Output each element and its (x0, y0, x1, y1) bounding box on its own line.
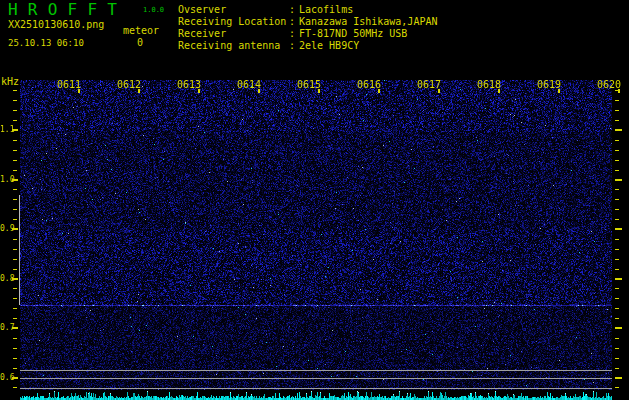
app-version: 1.0.0 (143, 6, 164, 14)
freq-major-tick-right (615, 129, 622, 131)
station-info-row: Ovserver:Lacofilms (178, 4, 437, 16)
station-info-row: Receiving antenna:2ele HB9CY (178, 40, 437, 52)
time-tick (378, 89, 380, 93)
freq-minor-tick-left (13, 308, 17, 309)
freq-minor-tick-right (615, 189, 619, 190)
time-tick (498, 89, 500, 93)
info-value: 2ele HB9CY (299, 40, 359, 52)
freq-minor-tick-left (13, 387, 17, 388)
freq-major-tick-left (12, 327, 18, 329)
freq-minor-tick-left (13, 249, 17, 250)
freq-major-tick-left (12, 278, 18, 280)
freq-minor-tick-left (13, 199, 17, 200)
time-tick (558, 89, 560, 93)
freq-major-tick-right (615, 377, 622, 379)
freq-minor-tick-left (13, 160, 17, 161)
info-label: Receiving antenna (178, 40, 289, 52)
spectrogram-canvas (20, 80, 612, 400)
freq-minor-tick-right (615, 348, 619, 349)
freq-minor-tick-left (13, 358, 17, 359)
freq-major-tick-left (12, 228, 18, 230)
freq-minor-tick-right (615, 150, 619, 151)
freq-minor-tick-right (615, 308, 619, 309)
info-separator: : (289, 40, 299, 52)
freq-minor-tick-left (13, 120, 17, 121)
freq-minor-tick-right (615, 120, 619, 121)
freq-minor-tick-right (615, 140, 619, 141)
time-tick (198, 89, 200, 93)
freq-minor-tick-right (615, 259, 619, 260)
freq-minor-tick-left (13, 100, 17, 101)
freq-minor-tick-right (615, 368, 619, 369)
freq-minor-tick-left (13, 150, 17, 151)
observation-timestamp: 25.10.13 06:10 (8, 38, 84, 48)
station-info-row: Receiving Location:Kanazawa Ishikawa,JAP… (178, 16, 437, 28)
info-separator: : (289, 4, 299, 16)
freq-minor-tick-right (615, 298, 619, 299)
freq-minor-tick-right (615, 110, 619, 111)
freq-minor-tick-left (13, 189, 17, 190)
freq-minor-tick-left (13, 348, 17, 349)
freq-minor-tick-left (13, 368, 17, 369)
freq-major-tick-right (615, 278, 622, 280)
freq-major-tick-left (12, 179, 18, 181)
freq-minor-tick-left (13, 259, 17, 260)
info-separator: : (289, 16, 299, 28)
time-tick (258, 89, 260, 93)
freq-minor-tick-right (615, 199, 619, 200)
freq-minor-tick-right (615, 219, 619, 220)
freq-minor-tick-right (615, 239, 619, 240)
freq-minor-tick-right (615, 387, 619, 388)
freq-minor-tick-left (13, 288, 17, 289)
freq-minor-tick-right (615, 160, 619, 161)
freq-major-tick-right (615, 179, 622, 181)
freq-minor-tick-left (13, 110, 17, 111)
time-tick (138, 89, 140, 93)
info-value: FT-817ND 50MHz USB (299, 28, 407, 40)
output-filename: XX2510130610.png (8, 20, 104, 30)
info-value: Kanazawa Ishikawa,JAPAN (299, 16, 437, 28)
freq-minor-tick-left (13, 90, 17, 91)
app-title: H R O F F T (8, 2, 117, 18)
freq-minor-tick-left (13, 338, 17, 339)
freq-minor-tick-right (615, 249, 619, 250)
meteor-count-label: meteor (123, 26, 159, 36)
freq-minor-tick-right (615, 170, 619, 171)
freq-minor-tick-left (13, 140, 17, 141)
info-value: Lacofilms (299, 4, 353, 16)
freq-minor-tick-left (13, 269, 17, 270)
freq-minor-tick-right (615, 318, 619, 319)
meteor-count-value: 0 (123, 38, 157, 48)
freq-minor-tick-left (13, 209, 17, 210)
station-info-row: Receiver:FT-817ND 50MHz USB (178, 28, 437, 40)
freq-minor-tick-right (615, 358, 619, 359)
freq-major-tick-right (615, 327, 622, 329)
freq-major-tick-left (12, 129, 18, 131)
freq-minor-tick-left (13, 298, 17, 299)
time-tick (618, 89, 620, 93)
freq-major-tick-left (12, 377, 18, 379)
freq-minor-tick-right (615, 269, 619, 270)
station-info: Ovserver:LacofilmsReceiving Location:Kan… (178, 4, 437, 52)
hrofft-window: H R O F F T 1.0.0 XX2510130610.png meteo… (0, 0, 629, 400)
freq-major-tick-right (615, 228, 622, 230)
freq-minor-tick-left (13, 170, 17, 171)
info-separator: : (289, 28, 299, 40)
freq-minor-tick-right (615, 100, 619, 101)
freq-minor-tick-left (13, 219, 17, 220)
time-tick (318, 89, 320, 93)
time-tick (438, 89, 440, 93)
time-tick (78, 89, 80, 93)
freq-minor-tick-right (615, 288, 619, 289)
freq-minor-tick-left (13, 239, 17, 240)
info-label: Ovserver (178, 4, 289, 16)
freq-axis-unit: kHz (1, 76, 19, 87)
info-label: Receiving Location (178, 16, 289, 28)
freq-minor-tick-right (615, 209, 619, 210)
freq-minor-tick-left (13, 318, 17, 319)
count-range-marker-line (19, 195, 20, 305)
freq-minor-tick-right (615, 338, 619, 339)
info-label: Receiver (178, 28, 289, 40)
